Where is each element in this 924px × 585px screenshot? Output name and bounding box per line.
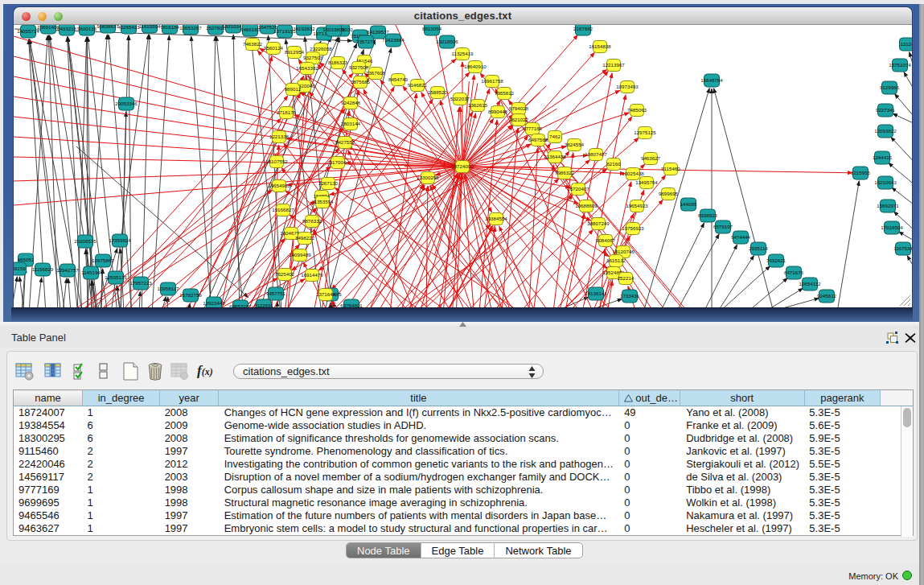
svg-text:16033809: 16033809 <box>322 27 345 32</box>
svg-text:62160: 62160 <box>606 161 621 167</box>
svg-text:9457751: 9457751 <box>266 290 286 296</box>
svg-text:69784801: 69784801 <box>340 303 363 307</box>
svg-text:8813054: 8813054 <box>422 26 442 31</box>
svg-text:7357274: 7357274 <box>356 39 376 44</box>
svg-text:10975867: 10975867 <box>92 257 114 263</box>
svg-text:11353594: 11353594 <box>311 199 334 204</box>
svg-text:16543382: 16543382 <box>296 65 318 71</box>
svg-text:8186323: 8186323 <box>328 60 348 65</box>
svg-text:2187682: 2187682 <box>573 26 593 31</box>
svg-text:9600133: 9600133 <box>77 26 97 31</box>
svg-text:9115460: 9115460 <box>661 166 680 171</box>
svg-text:7986322: 7986322 <box>555 170 575 175</box>
svg-text:144095: 144095 <box>680 201 697 207</box>
svg-text:12923448: 12923448 <box>203 300 225 306</box>
svg-text:3875685: 3875685 <box>351 79 371 84</box>
svg-text:19384554: 19384554 <box>485 216 507 221</box>
svg-text:23226058: 23226058 <box>310 46 332 51</box>
svg-text:19166827: 19166827 <box>272 207 294 212</box>
svg-text:15751074: 15751074 <box>889 62 911 68</box>
svg-text:40265423: 40265423 <box>117 25 140 30</box>
svg-text:1615132: 1615132 <box>606 257 626 263</box>
svg-text:16782759: 16782759 <box>179 292 202 298</box>
svg-text:1145194: 1145194 <box>81 270 101 275</box>
svg-text:1371648: 1371648 <box>316 291 336 297</box>
svg-text:1621022: 1621022 <box>509 117 529 122</box>
svg-text:10688609: 10688609 <box>575 203 598 208</box>
svg-text:16107552: 16107552 <box>265 159 288 164</box>
svg-text:21364436: 21364436 <box>544 154 566 159</box>
svg-text:7955812: 7955812 <box>495 90 515 96</box>
svg-text:14136141: 14136141 <box>585 290 607 296</box>
svg-text:16154838: 16154838 <box>589 43 611 49</box>
svg-text:8938923: 8938923 <box>698 212 718 218</box>
svg-text:7632621: 7632621 <box>766 257 786 263</box>
svg-text:7463822: 7463822 <box>243 41 263 47</box>
svg-text:72423884: 72423884 <box>382 37 405 43</box>
svg-text:6497568: 6497568 <box>528 137 548 142</box>
svg-text:1167534: 1167534 <box>893 245 912 251</box>
svg-text:15720407: 15720407 <box>567 186 589 192</box>
svg-text:13495764: 13495764 <box>635 179 658 185</box>
svg-text:2367608: 2367608 <box>366 70 386 76</box>
svg-text:1362615: 1362615 <box>468 102 488 108</box>
svg-text:9245612: 9245612 <box>817 293 837 299</box>
svg-text:0433218: 0433218 <box>57 26 77 31</box>
svg-text:6579197: 6579197 <box>713 224 733 229</box>
svg-text:14099489: 14099489 <box>289 252 311 257</box>
svg-text:1244415: 1244415 <box>873 154 893 160</box>
svg-text:17957223: 17957223 <box>129 280 152 286</box>
svg-text:16648784: 16648784 <box>700 77 723 83</box>
svg-text:1588520: 1588520 <box>428 89 448 95</box>
svg-text:9327503: 9327503 <box>303 55 323 60</box>
svg-text:18724007: 18724007 <box>451 163 474 169</box>
svg-text:9777169: 9777169 <box>523 126 543 131</box>
svg-text:10958117: 10958117 <box>157 286 179 291</box>
svg-text:6794028: 6794028 <box>509 105 529 111</box>
svg-text:9474444: 9474444 <box>731 234 751 240</box>
svg-text:989012: 989012 <box>285 86 302 92</box>
svg-text:252214: 252214 <box>618 275 634 281</box>
svg-text:3498222: 3498222 <box>295 235 315 241</box>
svg-text:2935114: 2935114 <box>749 245 768 251</box>
svg-text:7816184: 7816184 <box>160 25 180 30</box>
svg-text:17016504: 17016504 <box>881 225 903 230</box>
svg-text:11325419: 11325419 <box>451 51 474 56</box>
svg-text:16914479: 16914479 <box>301 272 323 278</box>
svg-text:8427552: 8427552 <box>335 139 355 145</box>
svg-text:485051: 485051 <box>18 257 35 262</box>
svg-text:10807487: 10807487 <box>585 151 607 157</box>
svg-text:15692971: 15692971 <box>877 203 899 208</box>
svg-text:7625402: 7625402 <box>275 271 295 277</box>
svg-text:19654923: 19654923 <box>626 203 648 208</box>
svg-text:9327508: 9327508 <box>349 64 369 70</box>
svg-text:18640910: 18640910 <box>464 64 487 69</box>
svg-text:14055714: 14055714 <box>17 28 39 34</box>
svg-text:3624554: 3624554 <box>565 142 585 147</box>
svg-text:12975125: 12975125 <box>634 130 656 135</box>
svg-text:16210643: 16210643 <box>874 179 897 185</box>
svg-text:11156829: 11156829 <box>32 266 54 272</box>
svg-text:8878332: 8878332 <box>302 218 322 224</box>
svg-text:64139537: 64139537 <box>367 29 389 35</box>
svg-text:90838637: 90838637 <box>97 25 119 29</box>
svg-text:5322037: 5322037 <box>450 96 470 101</box>
svg-text:10756923: 10756923 <box>622 225 644 231</box>
svg-text:9227341: 9227341 <box>876 107 896 113</box>
svg-text:0122691: 0122691 <box>254 303 274 307</box>
svg-text:13124: 13124 <box>900 41 912 47</box>
svg-text:11615594: 11615594 <box>138 25 161 29</box>
svg-text:17359924: 17359924 <box>109 237 131 243</box>
svg-text:16961758: 16961758 <box>481 78 503 84</box>
svg-text:19654983: 19654983 <box>268 183 290 188</box>
svg-text:1733436: 1733436 <box>620 293 640 299</box>
svg-text:16120746: 16120746 <box>612 249 634 254</box>
svg-text:8471676: 8471676 <box>784 270 804 275</box>
svg-text:9242848: 9242848 <box>341 100 361 105</box>
svg-text:20053346: 20053346 <box>115 101 138 106</box>
svg-text:10973493: 10973493 <box>616 84 639 89</box>
svg-text:9129966: 9129966 <box>880 84 900 90</box>
svg-text:7485063: 7485063 <box>627 107 647 113</box>
svg-text:2803144: 2803144 <box>341 121 361 126</box>
svg-text:12505135: 12505135 <box>105 274 127 280</box>
